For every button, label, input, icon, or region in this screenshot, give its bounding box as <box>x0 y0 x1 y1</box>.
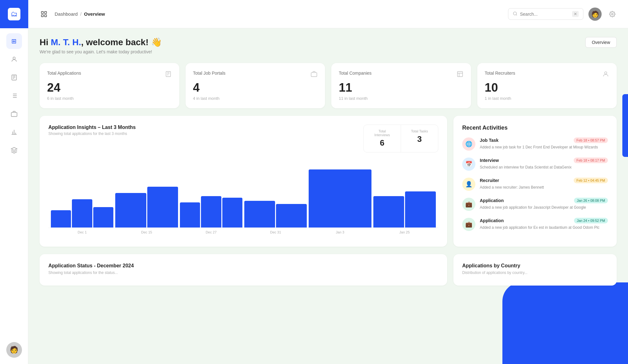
activity-date-jobtask: Feb 18 • 08:57 PM <box>574 137 608 143</box>
chart-tasks-label: Total Tasks <box>407 129 432 133</box>
bar-label-jan25: Jan 25 <box>373 230 436 234</box>
activity-desc-application2: Added a new job application for Ex est i… <box>480 225 608 230</box>
bar-group-dec15 <box>115 187 178 228</box>
activities-panel: Recent Activities 🌐 Job Task Feb 18 • 08… <box>453 116 617 247</box>
svg-rect-11 <box>457 72 463 77</box>
sidebar-item-applications[interactable] <box>6 70 22 85</box>
stat-card-companies-sub: 11 in last month <box>339 96 463 101</box>
sidebar-toggle-button[interactable] <box>38 8 50 20</box>
bar <box>244 201 275 228</box>
stat-card-recruiters-title: Total Recruiters <box>485 71 515 76</box>
activity-date-application1: Jan 26 • 08:08 PM <box>574 198 608 203</box>
svg-rect-5 <box>41 14 43 16</box>
activity-desc-jobtask: Added a new job task for 1 Dec Front End… <box>480 144 608 150</box>
stat-card-portals: Total Job Portals 4 4 in last month <box>186 63 325 108</box>
bar-labels: Dec 1 Dec 15 Dec 27 Dec 31 Jan 3 Jan 25 <box>48 228 438 234</box>
search-clear-button[interactable]: ✕ <box>572 11 579 17</box>
stat-card-portals-value: 4 <box>193 82 318 94</box>
bar-chart: Dec 1 Dec 15 Dec 27 Dec 31 Jan 3 Jan 25 <box>48 159 438 234</box>
sidebar-user-avatar[interactable]: 🧑 <box>6 342 22 358</box>
middle-panels: Application Insights – Last 3 Months Sho… <box>40 116 617 247</box>
bar <box>147 187 178 228</box>
svg-rect-4 <box>45 11 46 13</box>
activities-title: Recent Activities <box>462 125 608 131</box>
stat-card-applications: Total Applications 24 6 in last month <box>40 63 179 108</box>
activity-type-recruiter: Recruiter <box>480 178 499 183</box>
bar <box>93 207 113 228</box>
svg-point-7 <box>513 12 517 15</box>
sidebar-item-jobs[interactable] <box>6 106 22 122</box>
activity-type-jobtask: Job Task <box>480 138 499 143</box>
sidebar-item-analytics[interactable] <box>6 124 22 140</box>
chart-interviews-value: 6 <box>370 138 394 148</box>
welcome-username: M. T. H. <box>51 37 81 47</box>
recruiters-icon <box>602 71 609 79</box>
activity-type-application1: Application <box>480 198 504 203</box>
activity-desc-recruiter: Added a new recruiter: James Bennett <box>480 185 608 190</box>
activity-date-recruiter: Feb 12 • 04:45 PM <box>574 178 608 183</box>
breadcrumb-parent[interactable]: Dashboard <box>55 11 78 17</box>
stat-card-companies-title: Total Companies <box>339 71 371 76</box>
breadcrumb-current: Overview <box>84 11 105 17</box>
sidebar-item-users[interactable] <box>6 51 22 67</box>
bar-group-dec1 <box>51 199 113 228</box>
activity-item-interview: 📅 Interview Feb 18 • 08:17 PM Scheduled … <box>462 158 608 171</box>
stat-card-applications-value: 24 <box>47 82 172 94</box>
sidebar-nav: ⊞ <box>6 28 22 342</box>
stat-card-applications-title: Total Applications <box>47 71 81 76</box>
chart-interviews-label: TotalInterviews <box>370 129 394 137</box>
bar-label-dec1: Dec 1 <box>51 230 113 234</box>
activity-item-application2: 💼 Application Jan 24 • 09:52 PM Added a … <box>462 218 608 231</box>
activity-item-jobtask: 🌐 Job Task Feb 18 • 08:57 PM Added a new… <box>462 137 608 151</box>
chart-subtitle: Showing total applications for the last … <box>48 131 136 136</box>
bar <box>405 191 436 228</box>
main-area: Dashboard / Overview ✕ 🧑 <box>28 0 628 364</box>
app-status-title: Application Status - December 2024 <box>48 263 438 269</box>
stat-card-recruiters: Total Recruiters 10 1 in last month <box>477 63 617 108</box>
stat-card-companies-value: 11 <box>339 82 463 94</box>
app-status-card: Application Status - December 2024 Showi… <box>40 254 447 286</box>
topbar: Dashboard / Overview ✕ 🧑 <box>28 0 628 28</box>
chart-stat-tasks: Total Tasks 3 <box>401 125 438 153</box>
svg-point-0 <box>13 57 15 59</box>
bar-group-jan3 <box>309 169 371 228</box>
svg-rect-9 <box>166 72 171 77</box>
bar-group-jan25 <box>373 191 436 228</box>
svg-rect-6 <box>45 14 46 16</box>
search-box[interactable]: ✕ <box>508 8 583 20</box>
sidebar-item-dashboard[interactable]: ⊞ <box>6 33 22 49</box>
bar <box>276 204 307 228</box>
stat-card-recruiters-value: 10 <box>485 82 609 94</box>
topbar-user-avatar[interactable]: 🧑 <box>588 8 602 21</box>
svg-rect-3 <box>41 11 43 13</box>
sidebar-item-tasks[interactable] <box>6 88 22 104</box>
bar-label-dec31: Dec 31 <box>244 230 307 234</box>
breadcrumb: Dashboard / Overview <box>55 11 105 17</box>
bar-group-dec31 <box>244 201 307 228</box>
stat-card-portals-title: Total Job Portals <box>193 71 226 76</box>
welcome-prefix: Hi <box>40 37 51 47</box>
bottom-section: Application Status - December 2024 Showi… <box>40 254 617 286</box>
bar <box>72 199 92 228</box>
app-status-subtitle: Showing total applications for the statu… <box>48 270 438 275</box>
bar-label-jan3: Jan 3 <box>309 230 371 234</box>
activity-icon-interview: 📅 <box>462 158 475 171</box>
bar <box>373 196 404 228</box>
activity-icon-application1: 💼 <box>462 198 475 211</box>
stat-card-recruiters-sub: 1 in last month <box>485 96 609 101</box>
applications-icon <box>165 71 172 79</box>
settings-icon[interactable] <box>607 8 618 20</box>
stat-card-portals-sub: 4 in last month <box>193 96 318 101</box>
chart-title: Application Insights – Last 3 Months <box>48 125 136 130</box>
stat-card-companies: Total Companies 11 11 in last month <box>331 63 471 108</box>
search-input[interactable] <box>520 12 570 17</box>
overview-button[interactable]: Overview <box>585 37 617 48</box>
bar <box>222 198 242 228</box>
sidebar-item-integrations[interactable] <box>6 142 22 158</box>
companies-icon <box>457 71 463 79</box>
bars-area <box>48 159 438 228</box>
bar <box>51 210 71 228</box>
bar-label-dec15: Dec 15 <box>115 230 178 234</box>
sidebar: 🗂 ⊞ 🧑 <box>0 0 28 364</box>
activity-type-application2: Application <box>480 218 504 223</box>
